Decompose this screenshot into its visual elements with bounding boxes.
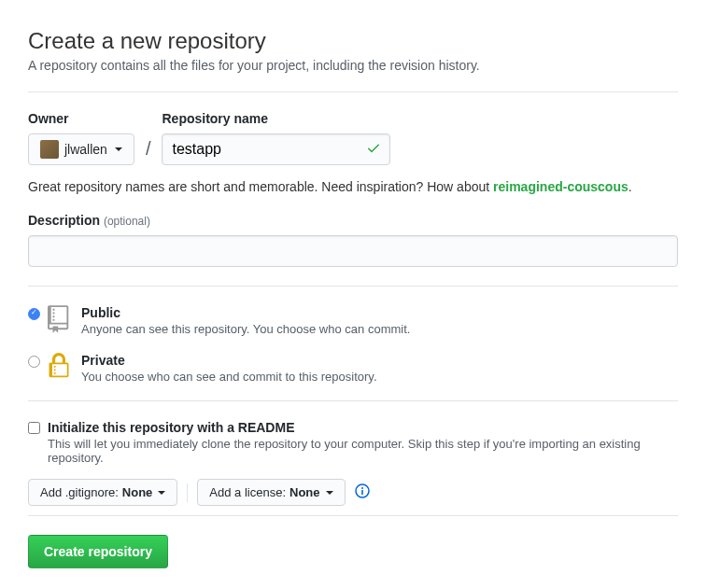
page-subtitle: A repository contains all the files for …	[28, 58, 678, 73]
chevron-down-icon	[326, 491, 333, 495]
create-repository-button[interactable]: Create repository	[28, 535, 168, 568]
chevron-down-icon	[115, 147, 122, 151]
private-title: Private	[81, 353, 377, 368]
separator	[187, 483, 188, 502]
svg-rect-2	[361, 490, 363, 495]
private-subtitle: You choose who can see and commit to thi…	[81, 370, 377, 384]
optional-text: (optional)	[104, 215, 150, 228]
gitignore-dropdown[interactable]: Add .gitignore: None	[28, 479, 177, 506]
divider	[28, 286, 678, 287]
public-radio[interactable]	[28, 308, 40, 320]
license-dropdown[interactable]: Add a license: None	[197, 479, 345, 506]
chevron-down-icon	[158, 491, 165, 495]
readme-subtitle: This will let you immediately clone the …	[48, 437, 678, 465]
owner-label: Owner	[28, 111, 134, 126]
description-label: Description (optional)	[28, 213, 150, 228]
info-icon[interactable]	[355, 483, 370, 501]
check-icon	[366, 141, 381, 159]
repo-icon	[48, 305, 74, 336]
owner-select[interactable]: jlwallen	[28, 133, 134, 165]
page-title: Create a new repository	[28, 28, 678, 54]
avatar	[40, 140, 59, 159]
public-subtitle: Anyone can see this repository. You choo…	[81, 322, 410, 336]
suggestion-link[interactable]: reimagined-couscous	[493, 179, 628, 194]
svg-point-1	[361, 487, 363, 489]
repo-name-label: Repository name	[162, 111, 390, 126]
suggestion-text: Great repository names are short and mem…	[28, 179, 678, 194]
slash-separator: /	[146, 138, 151, 160]
divider	[28, 515, 678, 516]
owner-name: jlwallen	[64, 142, 107, 157]
lock-icon	[48, 353, 74, 382]
divider	[28, 400, 678, 401]
private-radio[interactable]	[28, 356, 40, 368]
public-title: Public	[81, 305, 410, 320]
description-input[interactable]	[28, 235, 678, 267]
repo-name-input[interactable]	[162, 133, 390, 165]
readme-checkbox[interactable]	[28, 422, 40, 434]
divider	[28, 91, 678, 92]
readme-title: Initialize this repository with a README	[48, 420, 678, 435]
